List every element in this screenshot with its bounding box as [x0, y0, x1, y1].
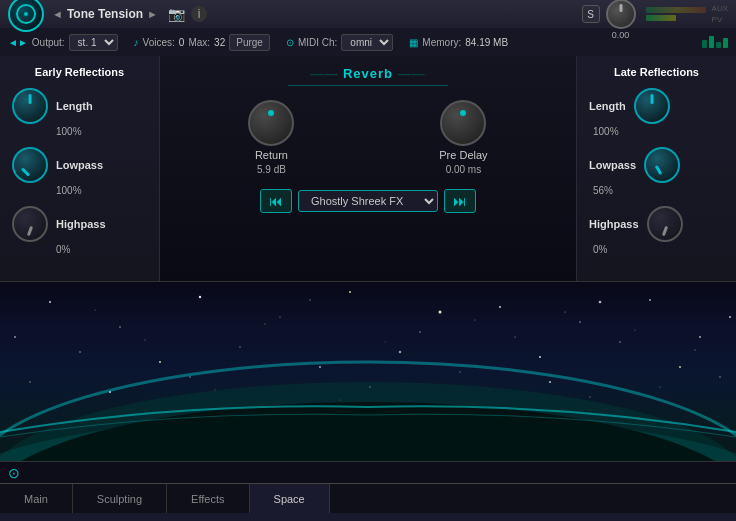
svg-point-26	[599, 301, 602, 304]
title-text: Tone Tension	[67, 7, 143, 21]
svg-point-19	[29, 381, 30, 382]
preset-prev-button[interactable]: ⏮	[260, 189, 292, 213]
preset-select[interactable]: Ghostly Shreek FX	[298, 190, 438, 212]
title-bar: ◄ Tone Tension ► 📷 i S Tune 0.00 AUX PV	[0, 0, 736, 28]
svg-point-10	[79, 351, 81, 353]
output-select[interactable]: st. 1	[69, 34, 118, 51]
midi-icon: ⊙	[286, 37, 294, 48]
svg-point-4	[349, 291, 351, 293]
early-highpass-knob[interactable]	[12, 206, 48, 242]
svg-point-44	[660, 387, 661, 388]
svg-point-43	[589, 396, 590, 397]
svg-point-31	[265, 324, 266, 325]
svg-point-1	[119, 326, 121, 328]
svg-point-32	[309, 299, 310, 300]
svg-point-29	[95, 310, 96, 311]
late-lowpass-knob[interactable]	[644, 147, 680, 183]
midi-label: MIDI Ch:	[298, 37, 337, 48]
main-panels: Early Reflections Length 100% Lowpass 10…	[0, 56, 736, 281]
late-lowpass-group: Lowpass 56%	[589, 147, 724, 196]
svg-point-16	[539, 356, 541, 358]
svg-point-28	[729, 316, 731, 318]
svg-point-35	[515, 337, 516, 338]
svg-point-17	[619, 341, 621, 343]
tune-knob[interactable]	[606, 0, 636, 29]
voices-icon: ♪	[134, 37, 139, 48]
svg-point-13	[319, 366, 321, 368]
early-length-value: 100%	[56, 126, 82, 137]
late-highpass-label: Highpass	[589, 218, 639, 230]
camera-icon[interactable]: 📷	[168, 6, 185, 22]
svg-point-3	[279, 316, 280, 317]
svg-point-0	[49, 301, 51, 303]
late-highpass-knob[interactable]	[647, 206, 683, 242]
return-label: Return	[255, 149, 288, 161]
svg-point-23	[549, 381, 551, 383]
svg-point-39	[215, 390, 216, 391]
midi-select[interactable]: omni	[341, 34, 393, 51]
tab-main[interactable]: Main	[0, 484, 73, 513]
memory-section: ▦ Memory: 84.19 MB	[409, 37, 508, 48]
late-length-group: Length 100%	[589, 88, 724, 137]
svg-point-11	[159, 361, 161, 363]
tab-bar: Main Sculpting Effects Space	[0, 483, 736, 513]
svg-point-18	[679, 366, 681, 368]
bottom-circle-icon[interactable]: ⊙	[8, 465, 20, 481]
svg-point-37	[635, 330, 636, 331]
tune-area: Tune 0.00	[606, 0, 636, 40]
early-length-knob[interactable]	[12, 88, 48, 124]
memory-label: Memory:	[422, 37, 461, 48]
output-section: ◄► Output: st. 1	[8, 34, 118, 51]
early-length-group: Length 100%	[12, 88, 147, 137]
early-lowpass-knob[interactable]	[12, 147, 48, 183]
output-label: Output:	[32, 37, 65, 48]
reverb-title: —— Reverb ——	[288, 66, 448, 86]
voices-section: ♪ Voices: 0 Max: 32 Purge	[134, 34, 270, 51]
bottom-icon-bar: ⊙	[0, 461, 736, 483]
svg-point-38	[694, 349, 695, 350]
svg-point-2	[199, 296, 201, 298]
nav-arrow-right[interactable]: ►	[147, 8, 158, 20]
s-button[interactable]: S	[582, 5, 600, 23]
return-group: Return 5.9 dB	[248, 100, 294, 175]
level-bars-bottom	[702, 36, 728, 48]
max-value: 32	[214, 37, 225, 48]
preset-next-button[interactable]: ⏭	[444, 189, 476, 213]
late-lowpass-label: Lowpass	[589, 159, 636, 171]
early-reflections-panel: Early Reflections Length 100% Lowpass 10…	[0, 56, 160, 281]
svg-point-21	[189, 376, 191, 378]
late-reflections-title: Late Reflections	[589, 66, 724, 78]
return-knob[interactable]	[248, 100, 294, 146]
info-icon[interactable]: i	[191, 6, 207, 22]
right-controls: S Tune 0.00 AUX PV	[582, 0, 728, 40]
svg-point-15	[459, 371, 460, 372]
svg-point-9	[699, 336, 701, 338]
stars-svg	[0, 282, 736, 461]
svg-point-33	[385, 342, 386, 343]
late-length-knob[interactable]	[634, 88, 670, 124]
level-meter	[646, 7, 706, 21]
pre-delay-knob[interactable]	[440, 100, 486, 146]
tab-effects[interactable]: Effects	[167, 484, 249, 513]
svg-point-36	[564, 311, 565, 312]
late-length-label: Length	[589, 100, 626, 112]
midi-section: ⊙ MIDI Ch: omni	[286, 34, 393, 51]
purge-button[interactable]: Purge	[229, 34, 270, 51]
svg-point-7	[579, 321, 580, 322]
tab-sculpting[interactable]: Sculpting	[73, 484, 167, 513]
svg-point-30	[144, 339, 145, 340]
voices-value: 0	[179, 37, 185, 48]
nav-arrow-left[interactable]: ◄	[52, 8, 63, 20]
memory-icon: ▦	[409, 37, 418, 48]
early-highpass-label: Highpass	[56, 218, 106, 230]
tune-value: 0.00	[612, 30, 630, 40]
late-lowpass-value: 56%	[593, 185, 613, 196]
early-highpass-group: Highpass 0%	[12, 206, 147, 255]
tab-space[interactable]: Space	[250, 484, 330, 513]
early-lowpass-value: 100%	[56, 185, 82, 196]
reverb-knobs-row: Return 5.9 dB Pre Delay 0.00 ms	[176, 100, 560, 175]
logo-inner	[16, 4, 36, 24]
max-label: Max:	[188, 37, 210, 48]
early-lowpass-label: Lowpass	[56, 159, 103, 171]
space-area	[0, 281, 736, 461]
